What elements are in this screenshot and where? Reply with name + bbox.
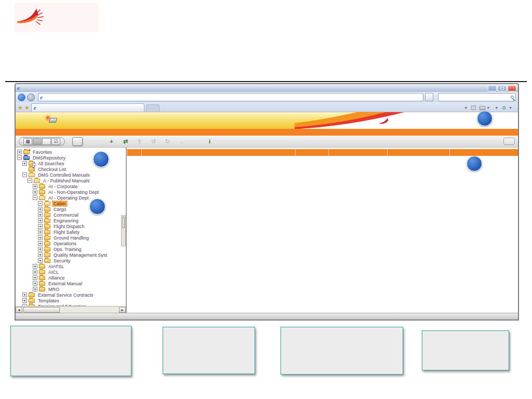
tree-item[interactable]: + AI - Corporate [16, 183, 126, 189]
forward-button[interactable] [27, 94, 35, 101]
add-folder-icon[interactable]: + [107, 138, 116, 145]
checkout-icon[interactable]: ⇧ [135, 138, 144, 145]
tree-expander-icon[interactable]: − [33, 195, 37, 200]
tree-horizontal-scrollbar[interactable]: ◄ ► [16, 306, 126, 313]
address-dropdown-button[interactable] [425, 93, 433, 101]
tree-expander-icon[interactable]: + [22, 292, 27, 297]
tree-item[interactable]: + Security [16, 258, 126, 263]
add-document-icon[interactable] [93, 138, 102, 145]
tree-expander-icon[interactable]: + [38, 218, 43, 223]
tree-item-label[interactable]: Operations [52, 241, 77, 246]
tree-expander-icon[interactable]: + [38, 224, 43, 229]
tree-expander-icon[interactable]: + [38, 230, 43, 234]
tree-item[interactable]: + Templates [16, 298, 126, 303]
tree-expander-icon[interactable]: − [22, 172, 27, 177]
tree-item[interactable]: + Ground Handling [16, 235, 126, 241]
tree-item-label[interactable]: Engineering [52, 218, 79, 223]
add-favorite-icon[interactable]: ★ [24, 104, 30, 112]
close-button[interactable] [508, 85, 516, 91]
tree-item[interactable]: + External Service Contracts [16, 292, 126, 298]
back-button[interactable] [18, 94, 25, 101]
tree-item[interactable]: + Quality Management Syst [16, 252, 126, 258]
tasks-view-icon[interactable]: ☑ [51, 138, 60, 145]
tree-item-label[interactable]: DMSRepository [32, 155, 66, 161]
tree-item-label[interactable]: Templates [37, 298, 60, 303]
tree-item-label[interactable]: Ground Handling [52, 235, 90, 241]
tree-expander-icon[interactable]: + [33, 270, 37, 274]
search-icon[interactable] [511, 96, 514, 99]
tree-item-label[interactable]: Quality Management Syst [52, 252, 108, 258]
tree-item-label[interactable]: MRO [47, 287, 60, 292]
tree-item-label[interactable]: Favorites [32, 150, 53, 155]
tree-item[interactable]: − Cabin [16, 201, 126, 206]
tree-item[interactable]: − A - Published Manuals [16, 178, 126, 183]
tree-expander-icon[interactable]: + [38, 252, 43, 257]
scroll-left-icon[interactable]: ◄ [16, 307, 22, 313]
tree-item-label[interactable]: Alliance [47, 275, 66, 281]
print-button[interactable]: ▼ [480, 106, 490, 110]
thumbnails-view-icon[interactable]: ▦ [23, 138, 32, 145]
tree-expander-icon[interactable]: + [33, 264, 37, 269]
tree-item-label[interactable]: Cabin [52, 201, 67, 206]
tree-item-label[interactable]: DMS Controlled Manuals [37, 172, 91, 178]
tree-item[interactable]: + Flight Safety [16, 229, 126, 235]
tree-expander-icon[interactable]: + [38, 235, 43, 240]
tree-item-label[interactable]: AIATSL [47, 264, 65, 269]
modified-by-column-header[interactable] [328, 149, 387, 156]
tree-item-label[interactable]: Flight Safety [52, 230, 81, 235]
scrollbar-thumb[interactable] [23, 307, 60, 313]
tree-item[interactable]: − AI - Operating Dept [16, 195, 126, 201]
tree-vertical-scrollbar[interactable] [121, 215, 126, 246]
tree-expander-icon[interactable]: + [38, 207, 43, 211]
page-menu-button[interactable]: ▼ [494, 106, 498, 110]
tree-item[interactable]: + External Manual [16, 281, 126, 286]
tree-item[interactable]: + AICL [16, 269, 126, 275]
tree-expander-icon[interactable]: − [17, 155, 22, 160]
tree-item-label[interactable]: Commercial [52, 212, 79, 218]
tools-menu-button[interactable]: ⚙▼ [502, 105, 512, 111]
feeds-button[interactable] [471, 105, 476, 110]
actions-button[interactable] [72, 137, 83, 146]
tree-expander-icon[interactable]: + [33, 275, 37, 280]
tree-item[interactable]: + Ops. Training [16, 246, 126, 252]
tree-item[interactable]: Checkout List [16, 166, 126, 172]
tree-item-label[interactable]: All Searches [37, 161, 65, 166]
minimize-button[interactable] [488, 85, 497, 91]
tree-expander-icon[interactable]: + [38, 212, 43, 217]
tree-expander-icon[interactable]: + [33, 287, 37, 291]
tree-item[interactable]: − DMS Controlled Manuals [16, 172, 126, 178]
info-icon[interactable]: i [205, 138, 214, 145]
tree-item-label[interactable]: External Manual [47, 281, 83, 286]
tree-item-label[interactable]: Ops. Training [52, 247, 83, 252]
tree-item[interactable]: + MRO [16, 286, 126, 292]
tree-item[interactable]: + AI - Non-Operating Dept [16, 189, 126, 195]
tree-item[interactable]: + Engineering [16, 218, 126, 223]
name-column-header[interactable] [141, 149, 295, 156]
tree-item-label[interactable]: Cargo [52, 207, 68, 212]
tree-expander-icon[interactable]: + [22, 298, 27, 303]
tree-expander-icon[interactable]: + [33, 190, 37, 194]
tree-item-label[interactable]: AI - Operating Dept [47, 195, 90, 201]
tree-item-label[interactable]: Checkout List [37, 167, 68, 172]
search-view-icon[interactable] [42, 138, 51, 145]
modified-on-column-header[interactable] [387, 149, 449, 156]
tree-item[interactable]: − DMSRepository [16, 155, 126, 161]
tree-item[interactable]: + Commercial [16, 212, 126, 218]
tree-item[interactable]: + Cargo [16, 206, 126, 212]
tree-item-label[interactable]: External Service Contracts [37, 292, 95, 298]
search-input[interactable] [438, 93, 516, 101]
tree-item[interactable]: + Operations [16, 241, 126, 246]
tree-expander-icon[interactable]: + [17, 150, 22, 154]
tree-expander-icon[interactable]: + [38, 247, 43, 251]
tree-item-label[interactable]: Flight Dispatch [52, 224, 86, 229]
scroll-right-icon[interactable]: ► [119, 307, 126, 313]
checkin-icon[interactable]: ↻ [163, 138, 172, 145]
favorites-star-icon[interactable]: ★ [18, 104, 23, 112]
home-button[interactable]: ▼ [463, 106, 468, 110]
tree-item-label[interactable]: Security [52, 258, 72, 263]
tab-filenet-browse[interactable]: e [31, 103, 144, 112]
tree-expander-icon[interactable]: + [38, 258, 43, 263]
checkin-checkout-icon[interactable]: ⇄ [121, 138, 130, 145]
restore-button[interactable] [498, 85, 507, 91]
tree-item[interactable]: + Flight Dispatch [16, 223, 126, 229]
